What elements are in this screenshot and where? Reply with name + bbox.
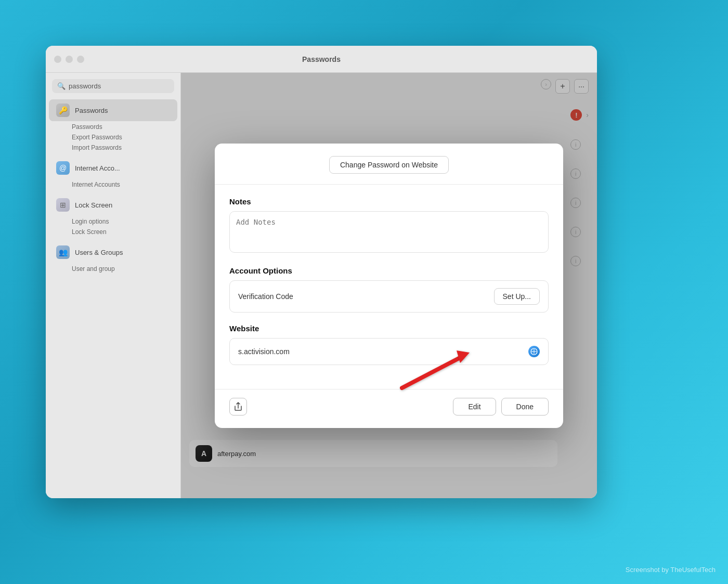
website-row: s.activision.com [229,338,549,365]
sidebar: 🔍 passwords 🔑 Passwords Passwords Export… [46,73,181,498]
website-label: Website [229,324,549,333]
title-bar: Passwords [46,46,597,73]
maximize-button[interactable] [77,56,84,63]
account-options-label: Account Options [229,266,549,275]
lock-screen-icon: ⊞ [56,198,70,212]
window-title: Passwords [302,55,341,63]
main-window: Passwords 🔍 passwords 🔑 Passwords Passwo… [46,46,597,498]
sidebar-sub-import[interactable]: Import Passwords [46,142,180,153]
website-url-text: s.activision.com [238,347,290,356]
setup-button[interactable]: Set Up... [494,288,540,305]
window-body: 🔍 passwords 🔑 Passwords Passwords Export… [46,73,597,498]
account-options-row: Verification Code Set Up... [229,280,549,313]
verification-code-label: Verification Code [238,292,293,301]
sidebar-sub-export[interactable]: Export Passwords [46,132,180,142]
internet-accounts-icon: @ [56,161,70,175]
sidebar-item-users[interactable]: 👥 Users & Groups [49,241,177,263]
sidebar-users-label: Users & Groups [75,249,123,256]
passwords-icon: 🔑 [56,103,70,117]
sidebar-item-passwords[interactable]: 🔑 Passwords [49,99,177,121]
safari-icon[interactable] [528,346,540,357]
sidebar-sub-passwords[interactable]: Passwords [46,122,180,132]
search-icon: 🔍 [57,82,66,90]
done-button[interactable]: Done [501,398,549,416]
website-section: Website s.activision.com [229,324,549,365]
notes-textarea[interactable] [229,211,549,253]
setup-container: Set Up... [494,288,540,305]
watermark: Screenshot by TheUsefulTech [626,566,716,574]
sidebar-item-lock-screen[interactable]: ⊞ Lock Screen [49,194,177,216]
search-text: passwords [69,82,101,90]
notes-section: Notes [229,197,549,255]
sidebar-sub-users[interactable]: User and group [46,264,180,274]
minimize-button[interactable] [66,56,73,63]
dialog-body: Notes Account Options Verification Code … [215,185,563,389]
users-groups-icon: 👥 [56,245,70,259]
main-content: › + ··· ! › i i i i i A [181,73,597,498]
sidebar-passwords-label: Passwords [75,107,108,114]
traffic-lights [54,56,84,63]
share-button[interactable] [229,398,247,416]
sidebar-sub-login-options[interactable]: Login options [46,216,180,227]
sidebar-internet-label: Internet Acco... [75,164,120,172]
sidebar-lock-label: Lock Screen [75,201,112,209]
dialog-header: Change Password on Website [215,144,563,185]
dialog: Change Password on Website Notes Account… [215,144,563,428]
dialog-footer: Edit Done [215,389,563,428]
change-password-button[interactable]: Change Password on Website [329,156,449,174]
search-box[interactable]: 🔍 passwords [52,79,174,93]
notes-label: Notes [229,197,549,206]
account-options-section: Account Options Verification Code Set Up… [229,266,549,313]
sidebar-sub-internet[interactable]: Internet Accounts [46,179,180,190]
close-button[interactable] [54,56,61,63]
sidebar-sub-lock-screen[interactable]: Lock Screen [46,227,180,237]
edit-button[interactable]: Edit [453,398,496,416]
dialog-overlay: Change Password on Website Notes Account… [181,73,597,498]
footer-buttons: Edit Done [453,398,549,416]
sidebar-item-internet[interactable]: @ Internet Acco... [49,157,177,179]
